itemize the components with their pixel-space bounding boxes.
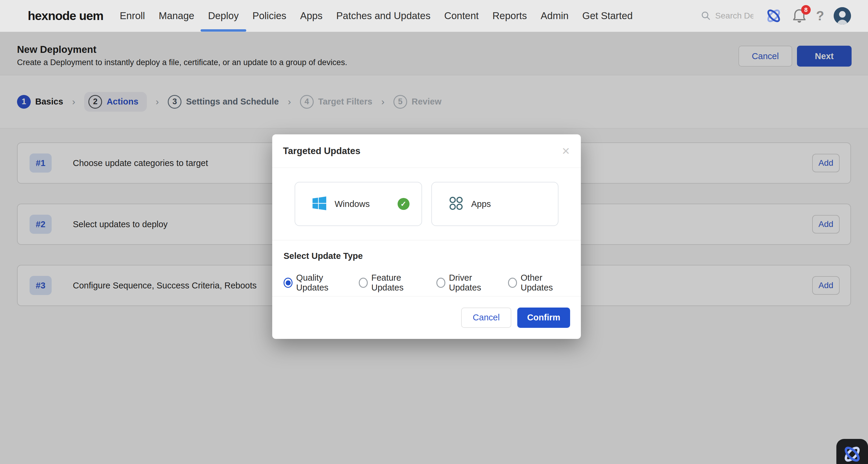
top-nav: hexnode uem Enroll Manage Deploy Policie… (0, 0, 868, 32)
platform-cards: Windows ✓ Apps (272, 168, 581, 240)
nav-item-admin[interactable]: Admin (540, 0, 569, 32)
radio-circle (359, 278, 368, 288)
search-input[interactable] (715, 11, 753, 21)
radio-quality-updates[interactable]: Quality Updates (284, 273, 350, 292)
hexnode-logo[interactable]: hexnode uem (28, 9, 103, 23)
nav-right-controls: 8 ? (701, 7, 851, 25)
active-tab-underline (200, 29, 246, 32)
apps-grid-icon (449, 196, 463, 211)
notification-count-badge: 8 (801, 5, 811, 14)
modal-cancel-button[interactable]: Cancel (461, 308, 511, 328)
radio-circle (508, 278, 517, 288)
device-search (701, 11, 753, 21)
close-icon[interactable]: ✕ (562, 145, 570, 157)
radio-circle (284, 278, 292, 288)
targeted-updates-modal: Targeted Updates ✕ Windows ✓ (272, 134, 581, 339)
update-type-section: Select Update Type Quality Updates Featu… (272, 240, 581, 297)
hexnode-atom-icon[interactable] (765, 7, 783, 25)
radio-dot (286, 280, 291, 285)
user-avatar[interactable] (834, 7, 851, 25)
radio-driver-updates[interactable]: Driver Updates (436, 273, 499, 292)
app-window: hexnode uem Enroll Manage Deploy Policie… (0, 0, 868, 464)
nav-item-patches-and-updates[interactable]: Patches and Updates (336, 0, 431, 32)
notifications-bell-icon[interactable]: 8 (792, 8, 807, 24)
modal-title: Targeted Updates (283, 146, 361, 156)
platform-card-windows[interactable]: Windows ✓ (294, 182, 422, 226)
nav-item-apps[interactable]: Apps (300, 0, 322, 32)
radio-feature-updates[interactable]: Feature Updates (359, 273, 428, 292)
nav-item-get-started[interactable]: Get Started (582, 0, 633, 32)
hexnode-knot-icon (841, 443, 863, 464)
update-type-label: Select Update Type (284, 251, 569, 261)
nav-item-content[interactable]: Content (444, 0, 479, 32)
search-icon[interactable] (701, 11, 711, 21)
support-chat-fab[interactable] (836, 439, 868, 464)
windows-logo-icon (312, 196, 326, 211)
nav-menu: Enroll Manage Deploy Policies Apps Patch… (120, 0, 646, 32)
nav-item-policies[interactable]: Policies (252, 0, 286, 32)
platform-card-apps[interactable]: Apps (431, 182, 559, 226)
radio-other-updates[interactable]: Other Updates (508, 273, 569, 292)
nav-item-manage[interactable]: Manage (159, 0, 194, 32)
nav-item-enroll[interactable]: Enroll (120, 0, 145, 32)
nav-item-reports[interactable]: Reports (493, 0, 527, 32)
help-icon[interactable]: ? (816, 8, 824, 23)
radio-circle (436, 278, 445, 288)
selected-check-icon: ✓ (398, 198, 409, 210)
platform-label: Apps (471, 199, 491, 209)
modal-confirm-button[interactable]: Confirm (517, 308, 570, 328)
modal-header: Targeted Updates ✕ (272, 134, 581, 168)
modal-footer: Cancel Confirm (272, 297, 581, 339)
platform-label: Windows (335, 199, 370, 209)
update-type-options: Quality Updates Feature Updates Driver U… (284, 273, 569, 292)
nav-item-deploy[interactable]: Deploy (208, 0, 239, 32)
